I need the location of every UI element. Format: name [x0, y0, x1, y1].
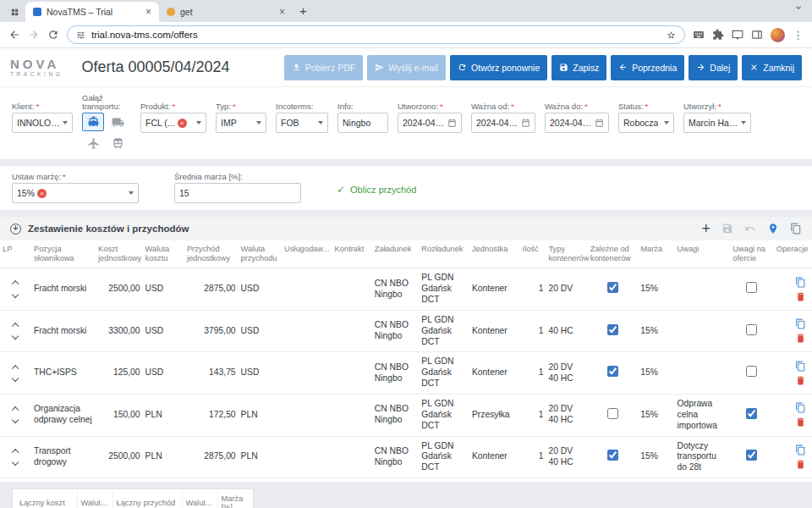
cell-uwagi: Dotyczy transportu do 28t	[675, 436, 731, 478]
zalezne-checkbox[interactable]	[607, 324, 618, 335]
delete-row-button[interactable]	[795, 459, 806, 470]
row-move-down-button[interactable]	[12, 417, 19, 424]
delete-row-button[interactable]	[795, 333, 806, 344]
duplicate-table-icon[interactable]	[790, 223, 802, 235]
forward-icon[interactable]	[28, 29, 40, 41]
clear-icon[interactable]: ×	[178, 119, 187, 128]
utworzono-date[interactable]: 2024-04-02	[398, 113, 462, 133]
column-header: Koszt jednostkowy	[96, 240, 143, 268]
tab-search-icon[interactable]	[7, 4, 22, 19]
row-move-down-button[interactable]	[12, 290, 19, 298]
side-panel-icon[interactable]	[751, 29, 763, 41]
row-move-up-button[interactable]	[12, 406, 19, 414]
row-move-down-button[interactable]	[12, 374, 19, 382]
undo-icon[interactable]	[744, 223, 756, 235]
clear-icon[interactable]: ×	[37, 189, 47, 198]
calendar-icon[interactable]	[595, 119, 604, 128]
tab-close-icon[interactable]: ×	[279, 6, 285, 18]
zalezne-checkbox[interactable]	[607, 282, 618, 293]
browser-menu-icon[interactable]: ⋮	[793, 30, 804, 41]
uwagi-na-ofercie-checkbox[interactable]	[746, 450, 757, 461]
srednia-marza-input[interactable]	[174, 183, 301, 203]
typ-select[interactable]: IMP	[216, 113, 266, 133]
browser-tab[interactable]: get ×	[159, 2, 293, 22]
reload-icon[interactable]	[47, 29, 59, 41]
truck-mode-button[interactable]	[107, 113, 129, 131]
duplicate-row-button[interactable]	[795, 361, 806, 372]
add-row-button[interactable]: +	[701, 221, 710, 236]
wazna-do-date[interactable]: 2024-04-30	[545, 113, 609, 133]
uwagi-na-ofercie-checkbox[interactable]	[746, 324, 757, 335]
column-header: Uwagi	[675, 240, 731, 268]
calendar-icon[interactable]	[521, 119, 530, 128]
chevron-down-icon[interactable]	[793, 1, 804, 16]
uwagi-na-ofercie-checkbox[interactable]	[746, 408, 757, 419]
row-move-up-button[interactable]	[12, 364, 19, 372]
address-bar[interactable]: trial.nova-tms.com/offers	[67, 25, 685, 44]
row-move-down-button[interactable]	[12, 333, 19, 340]
info-input[interactable]	[337, 113, 388, 133]
produkt-select[interactable]: FCL (... ×	[140, 113, 206, 133]
table-row: THC+ISPS 125,00 USD 143,75 USD CN NBO Ni…	[0, 352, 812, 395]
oblicz-przychod-button[interactable]: ✓ Oblicz przychód	[337, 185, 416, 195]
row-move-up-button[interactable]	[12, 323, 19, 330]
duplicate-row-button[interactable]	[795, 318, 806, 329]
status-select[interactable]: Robocza	[618, 113, 674, 133]
cell-waluta-przychodu: PLN	[239, 395, 282, 437]
duplicate-row-button[interactable]	[795, 402, 806, 413]
save-button[interactable]: Zapisz	[551, 55, 606, 80]
new-tab-button[interactable]: +	[299, 3, 307, 18]
row-move-down-button[interactable]	[12, 459, 19, 467]
delete-row-button[interactable]	[795, 417, 806, 428]
cell-marza: 15%	[638, 268, 674, 311]
delete-row-button[interactable]	[795, 291, 806, 302]
chevron-down-icon	[196, 121, 201, 124]
next-button[interactable]: Dalej	[689, 55, 738, 80]
calendar-icon[interactable]	[447, 119, 457, 128]
field-typ: Typ:* IMP	[216, 94, 266, 133]
previous-button[interactable]: Poprzednia	[611, 55, 684, 80]
close-offer-button[interactable]: Zamknij	[742, 55, 802, 80]
cell-ilosc: 1	[520, 310, 546, 352]
reopen-button[interactable]: Otwórz ponownie	[450, 55, 547, 80]
save-table-icon[interactable]	[721, 223, 733, 235]
duplicate-row-button[interactable]	[795, 277, 806, 288]
duplicate-row-button[interactable]	[795, 444, 806, 456]
utworzyl-select[interactable]: Marcin Hajdul	[683, 113, 751, 133]
back-icon[interactable]	[8, 29, 20, 41]
wazna-od-date[interactable]: 2024-04-01	[471, 113, 535, 133]
zalezne-checkbox[interactable]	[607, 408, 618, 419]
uwagi-na-ofercie-checkbox[interactable]	[746, 366, 757, 377]
row-move-up-button[interactable]	[12, 280, 19, 288]
zalezne-checkbox[interactable]	[607, 366, 618, 377]
plane-mode-button[interactable]	[82, 134, 104, 152]
delete-row-button[interactable]	[795, 375, 806, 386]
browser-tab-active[interactable]: NovaTMS – Trial ×	[25, 2, 159, 22]
chevron-down-icon	[256, 121, 261, 124]
circle-plus-icon[interactable]: +	[10, 224, 21, 235]
klient-select[interactable]: INNOLOGIS ...	[12, 113, 73, 133]
bookmark-star-icon[interactable]	[667, 30, 676, 40]
cell-waluta-przychodu: PLN	[239, 436, 282, 478]
train-mode-button[interactable]	[107, 134, 129, 152]
cell-usluga	[282, 310, 332, 352]
extensions-puzzle-icon[interactable]	[712, 29, 724, 41]
download-pdf-button[interactable]: Pobierz PDF	[284, 55, 364, 80]
zalezne-checkbox[interactable]	[607, 450, 618, 461]
ustaw-marze-select[interactable]: 15% ×	[12, 183, 139, 203]
keyboard-icon[interactable]	[693, 29, 705, 41]
map-pin-icon[interactable]	[767, 223, 779, 235]
cell-jednostka: Kontener	[469, 352, 520, 395]
cell-rozladunek: PL GDN Gdańsk DCT	[419, 310, 469, 352]
table-header-row: LP Pozycja słownikowa Koszt jednostkowy …	[0, 240, 812, 268]
incoterms-select[interactable]: FOB	[276, 113, 328, 133]
profile-avatar[interactable]	[771, 28, 785, 42]
send-email-button[interactable]: Wyślij e-mail	[367, 55, 446, 80]
tab-close-icon[interactable]: ×	[145, 6, 151, 18]
cell-waluta-przychodu: USD	[239, 268, 282, 311]
uwagi-na-ofercie-checkbox[interactable]	[746, 282, 757, 293]
row-move-up-button[interactable]	[12, 448, 19, 456]
cast-screen-icon[interactable]	[732, 29, 743, 41]
site-info-icon[interactable]	[76, 30, 85, 40]
ship-mode-button[interactable]	[82, 113, 104, 131]
